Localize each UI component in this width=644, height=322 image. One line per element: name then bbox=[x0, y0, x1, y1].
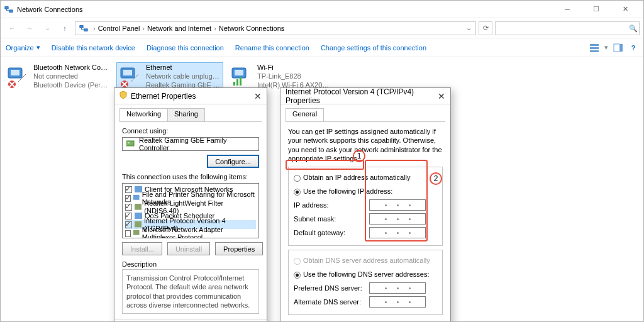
connection-status: Not connected bbox=[33, 72, 109, 81]
change-settings[interactable]: Change settings of this connection bbox=[321, 44, 426, 52]
subnet-label: Subnet mask: bbox=[294, 215, 369, 223]
connection-name: Bluetooth Network Connection bbox=[33, 64, 109, 72]
rename-connection[interactable]: Rename this connection bbox=[235, 44, 309, 52]
wifi-icon bbox=[231, 65, 253, 88]
crumb-network-connections[interactable]: Network Connections bbox=[219, 25, 285, 32]
help-button[interactable]: ? bbox=[628, 43, 638, 53]
ethernet-icon bbox=[119, 65, 142, 88]
connection-status: TP-Link_E828 bbox=[257, 72, 333, 81]
svg-rect-26 bbox=[135, 221, 142, 228]
client-icon bbox=[135, 186, 142, 193]
install-button[interactable]: Install... bbox=[122, 242, 162, 255]
pdns-input[interactable] bbox=[369, 282, 426, 294]
radio-use-dns[interactable]: Use the following DNS server addresses: bbox=[294, 268, 437, 280]
svg-rect-19 bbox=[240, 77, 242, 86]
svg-rect-25 bbox=[135, 213, 142, 219]
ip-label: IP address: bbox=[294, 201, 369, 209]
svg-rect-7 bbox=[614, 44, 619, 52]
command-bar: Organize ▾ Disable this network device D… bbox=[1, 38, 643, 57]
organize-menu[interactable]: Organize ▾ bbox=[6, 43, 40, 52]
connection-name: Ethernet bbox=[146, 64, 220, 72]
connection-device: Bluetooth Device (Personal Area ... bbox=[33, 81, 109, 90]
subnet-input[interactable] bbox=[369, 213, 426, 225]
svg-rect-1 bbox=[9, 9, 13, 12]
minimize-button[interactable]: ─ bbox=[553, 1, 582, 18]
svg-rect-5 bbox=[590, 47, 599, 49]
svg-rect-2 bbox=[80, 25, 83, 28]
svg-rect-13 bbox=[123, 70, 132, 75]
svg-rect-20 bbox=[126, 141, 134, 146]
checkbox[interactable] bbox=[125, 213, 132, 219]
svg-rect-23 bbox=[133, 195, 140, 200]
view-menu[interactable] bbox=[589, 43, 599, 53]
crumb-network-internet[interactable]: Network and Internet bbox=[147, 25, 211, 32]
breadcrumb-dropdown[interactable]: ⌄ bbox=[466, 24, 472, 32]
crumb-control-panel[interactable]: Control Panel bbox=[98, 25, 140, 32]
gateway-label: Default gateway: bbox=[294, 229, 369, 236]
connection-name: Wi-Fi bbox=[257, 64, 333, 72]
close-button[interactable]: ✕ bbox=[611, 1, 640, 18]
close-icon[interactable]: ✕ bbox=[254, 91, 262, 101]
shield-icon bbox=[119, 91, 127, 101]
refresh-button[interactable]: ⟳ bbox=[479, 21, 492, 35]
items-label: This connection uses the following items… bbox=[122, 173, 259, 180]
checkbox[interactable] bbox=[125, 230, 131, 237]
dialog-title: Internet Protocol Version 4 (TCP/IPv4) P… bbox=[286, 87, 438, 105]
adns-label: Alternate DNS server: bbox=[294, 298, 369, 306]
search-input[interactable]: 🔍 bbox=[495, 21, 640, 35]
checkbox[interactable] bbox=[125, 186, 132, 193]
dialog-title: Ethernet Properties bbox=[131, 92, 196, 101]
adapter-combo[interactable]: Realtek Gaming GbE Family Controller bbox=[122, 137, 259, 151]
svg-rect-16 bbox=[235, 70, 243, 75]
tab-networking[interactable]: Networking bbox=[119, 108, 168, 121]
checkbox[interactable] bbox=[125, 195, 131, 202]
connection-bluetooth[interactable]: Bluetooth Network Connection Not connect… bbox=[4, 62, 111, 91]
radio-obtain-ip[interactable]: Obtain an IP address automatically bbox=[294, 171, 437, 184]
recent-locations[interactable]: ⌄ bbox=[40, 21, 55, 36]
diagnose-connection[interactable]: Diagnose this connection bbox=[147, 44, 224, 52]
tab-sharing[interactable]: Sharing bbox=[167, 108, 205, 121]
network-icon bbox=[4, 5, 13, 14]
search-icon: 🔍 bbox=[629, 25, 636, 32]
svg-rect-3 bbox=[84, 28, 87, 31]
checkbox[interactable] bbox=[125, 204, 132, 211]
ipv4-icon bbox=[135, 221, 142, 228]
connection-status: Network cable unplugged bbox=[146, 72, 220, 81]
pdns-label: Preferred DNS server: bbox=[294, 284, 369, 292]
properties-button[interactable]: Properties bbox=[215, 242, 263, 255]
gateway-input[interactable] bbox=[369, 227, 426, 238]
dialog-titlebar[interactable]: Ethernet Properties ✕ bbox=[114, 88, 267, 104]
qos-icon bbox=[135, 212, 142, 219]
preview-pane-toggle[interactable] bbox=[613, 43, 623, 53]
radio-use-ip[interactable]: Use the following IP address: bbox=[294, 185, 437, 197]
share-icon bbox=[133, 194, 140, 202]
svg-rect-10 bbox=[11, 70, 19, 75]
items-listbox[interactable]: Client for Microsoft Networks File and P… bbox=[122, 183, 259, 238]
uninstall-button[interactable]: Uninstall bbox=[167, 242, 210, 255]
back-button[interactable]: ← bbox=[4, 21, 19, 36]
maximize-button[interactable]: ☐ bbox=[582, 1, 611, 18]
breadcrumb[interactable]: › Control Panel › Network and Internet ›… bbox=[75, 21, 476, 35]
adns-input[interactable] bbox=[369, 296, 426, 308]
up-button[interactable]: ↑ bbox=[57, 21, 72, 36]
svg-rect-6 bbox=[590, 50, 599, 52]
svg-rect-24 bbox=[135, 204, 142, 210]
connect-using-label: Connect using: bbox=[122, 127, 259, 135]
radio-obtain-dns: Obtain DNS server address automatically bbox=[294, 254, 437, 267]
description-text: Transmission Control Protocol/Internet P… bbox=[122, 269, 259, 314]
configure-button[interactable]: Configure... bbox=[207, 155, 259, 168]
network-icon bbox=[79, 24, 88, 33]
filter-icon bbox=[135, 203, 142, 211]
svg-rect-0 bbox=[5, 6, 8, 9]
svg-rect-21 bbox=[128, 142, 130, 143]
view-dropdown[interactable]: ▾ bbox=[604, 43, 608, 52]
close-icon[interactable]: ✕ bbox=[438, 91, 445, 101]
dialog-titlebar[interactable]: Internet Protocol Version 4 (TCP/IPv4) P… bbox=[280, 88, 450, 104]
disable-device[interactable]: Disable this network device bbox=[52, 44, 135, 52]
checkbox[interactable] bbox=[125, 221, 132, 228]
ip-input[interactable] bbox=[369, 199, 426, 211]
tab-general[interactable]: General bbox=[286, 108, 324, 121]
description-label: Description bbox=[122, 260, 259, 268]
list-item: Microsoft Network Adapter Multiplexor Pr… bbox=[142, 226, 256, 238]
adapter-icon bbox=[126, 140, 135, 148]
